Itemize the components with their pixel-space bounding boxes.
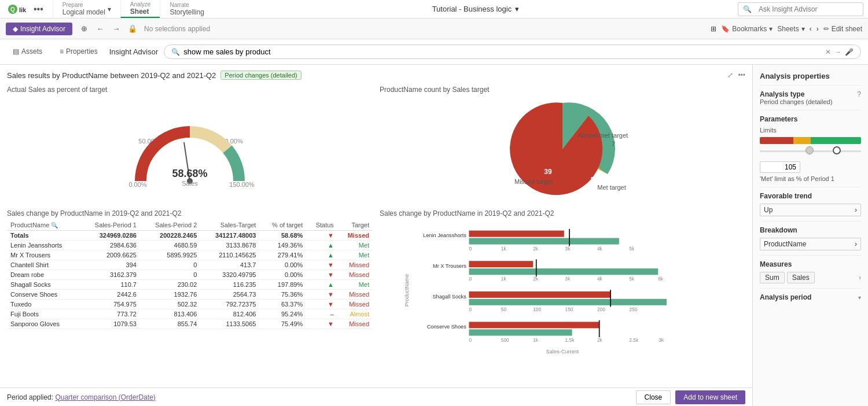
tick-1-0: 1k — [501, 246, 507, 252]
close-button[interactable]: Close — [636, 390, 671, 404]
cell-p1: 2984.636 — [80, 241, 140, 250]
pie-met-label: Met target — [597, 184, 626, 191]
bar-y-label: ProductName — [404, 274, 410, 307]
tick-0-0: 0 — [469, 246, 472, 252]
toolbar-right: ⊞ 🔖 Bookmarks ▾ Sheets ▾ ‹ › ✏ Edit shee… — [711, 25, 862, 33]
cell-name: Tuxedo — [7, 300, 80, 309]
cell-target: 3320.49795 — [200, 270, 259, 280]
grid-icon-btn[interactable]: ⊞ — [711, 25, 716, 33]
nav-narrate[interactable]: Narrate Storytelling — [160, 0, 213, 18]
bookmarks-label: Bookmarks — [732, 25, 767, 33]
cell-status: Missed — [337, 270, 373, 280]
gauge-center-label: Sales — [182, 180, 198, 187]
tick-4-2: 200 — [597, 307, 605, 312]
table-title: Sales change by ProductName in 2019-Q2 a… — [7, 209, 373, 217]
insight-advisor-button[interactable]: ◆ Insight Advisor — [6, 23, 72, 35]
nav-search-area[interactable]: 🔍 — [738, 0, 863, 18]
cell-pct: 95.24% — [259, 309, 306, 319]
slider-thumb-1[interactable] — [806, 146, 814, 154]
slider-thumb-2[interactable] — [833, 146, 841, 154]
tab-properties-label: Properties — [66, 47, 98, 56]
ask-insight-input[interactable] — [754, 4, 858, 14]
smart-search-icon[interactable]: ⊕ — [77, 22, 91, 36]
forward-icon[interactable]: → — [109, 22, 123, 36]
search-clear-icon[interactable]: ✕ — [825, 48, 831, 56]
arrow-up-icon: ▲ — [328, 242, 334, 249]
cell-status-icon: ▼ — [306, 260, 337, 270]
expand-icon[interactable]: ⤢ — [727, 71, 733, 79]
slider-row[interactable] — [760, 146, 861, 157]
measures-sales-chip[interactable]: Sales — [787, 272, 815, 283]
cell-status: Missed — [337, 319, 373, 329]
edit-sheet-btn[interactable]: ✏ Edit sheet — [823, 25, 862, 33]
table-row: Chantell Shirt 394 0 413.7 0.00% ▼ Misse… — [7, 260, 373, 270]
tick-1-1: 1k — [501, 276, 507, 282]
divider-5 — [760, 255, 861, 256]
forward-nav-icon[interactable]: › — [816, 25, 819, 33]
insight-advisor-main-label: Insight Advisor — [109, 47, 159, 56]
bar-p2-1 — [469, 268, 658, 275]
bar-p2-0 — [469, 238, 619, 245]
met-limit-input[interactable] — [760, 161, 800, 173]
more-options-icon[interactable]: ••• — [738, 71, 745, 79]
analysis-period-row[interactable]: Analysis period ▾ — [760, 293, 861, 301]
col-search-icon[interactable]: 🔍 — [51, 222, 58, 228]
insight-search-input[interactable] — [183, 47, 822, 56]
divider-4 — [760, 221, 861, 222]
help-icon[interactable]: ? — [857, 90, 861, 98]
cell-p1: 110.7 — [80, 280, 140, 290]
title-chevron-icon[interactable]: ▾ — [515, 5, 519, 13]
tick-4-1: 4k — [597, 276, 603, 282]
limits-green — [811, 137, 862, 144]
gauge-center-value: 58.68% — [172, 168, 207, 179]
footer-text: Period applied: Quarter comparison (Orde… — [7, 393, 156, 401]
cell-p2: 230.02 — [140, 280, 200, 290]
cell-pct: 279.41% — [259, 250, 306, 260]
limits-red — [760, 137, 793, 144]
favorable-trend-dropdown[interactable]: Up › — [760, 204, 861, 216]
analysis-type-heading: Analysis type — [760, 90, 804, 98]
period-link[interactable]: Quarter comparison (OrderDate) — [55, 393, 155, 401]
cell-status-icon: ▼ — [306, 319, 337, 329]
cell-status-icon: ▲ — [306, 280, 337, 290]
tab-properties[interactable]: ≡ Properties — [54, 43, 104, 61]
cell-status: Met — [337, 280, 373, 290]
table-row: Conserve Shoes 2442.6 1932.76 2564.73 75… — [7, 290, 373, 300]
search-mic-icon[interactable]: 🎤 — [845, 48, 854, 56]
nav-prepare[interactable]: Prepare Logical model ▾ — [53, 0, 120, 18]
arrow-down-icon: ▼ — [328, 291, 334, 298]
analysis-type-value: Period changes (detailed) — [760, 98, 861, 105]
search-go-icon[interactable]: → — [834, 48, 841, 56]
met-input-row — [760, 161, 861, 173]
bookmarks-btn[interactable]: 🔖 Bookmarks ▾ — [721, 25, 773, 33]
table-body: Totals 324969.0286 200228.2465 341217.48… — [7, 231, 373, 329]
limits-bar — [760, 137, 861, 144]
back-nav-icon[interactable]: ‹ — [810, 25, 812, 33]
bar-p1-3 — [469, 322, 599, 328]
cell-pct: 75.36% — [259, 290, 306, 300]
data-table: ProductName 🔍 Sales-Period 1 Sales-Perio… — [7, 220, 373, 329]
edit-icon: ✏ — [823, 25, 829, 33]
breakdown-dropdown[interactable]: ProductName › — [760, 238, 861, 250]
period-badge: Period changes (detailed) — [220, 71, 301, 80]
nav-analyze[interactable]: Analyze Sheet — [120, 0, 160, 18]
cell-pct: 0.00% — [259, 260, 306, 270]
more-icon[interactable]: ••• — [31, 4, 46, 14]
breakdown-value: ProductName — [764, 240, 806, 248]
tick-5-0: 5k — [629, 246, 635, 252]
lock-icon[interactable]: 🔒 — [126, 22, 139, 36]
cell-pct: 149.36% — [259, 241, 306, 250]
cell-target: 116.235 — [200, 280, 259, 290]
insight-bar: ▤ Assets ≡ Properties Insight Advisor 🔍 … — [0, 39, 868, 65]
bar-chart-title: Sales change by ProductName in 2019-Q2 a… — [380, 209, 745, 217]
measures-sum-chip[interactable]: Sum — [760, 272, 785, 283]
add-to-sheet-button[interactable]: Add to new sheet — [675, 390, 745, 404]
tick-3-3: 1.5k — [565, 337, 575, 343]
sheets-label: Sheets — [777, 25, 799, 33]
sheets-btn[interactable]: Sheets ▾ — [777, 25, 804, 33]
period-applied-text: Period applied: — [7, 393, 53, 401]
tab-assets[interactable]: ▤ Assets — [7, 43, 48, 61]
insight-search-box[interactable]: 🔍 ✕ → 🎤 — [164, 45, 861, 59]
no-selections-text: No selections applied — [144, 25, 210, 33]
back-icon[interactable]: ← — [93, 22, 107, 36]
